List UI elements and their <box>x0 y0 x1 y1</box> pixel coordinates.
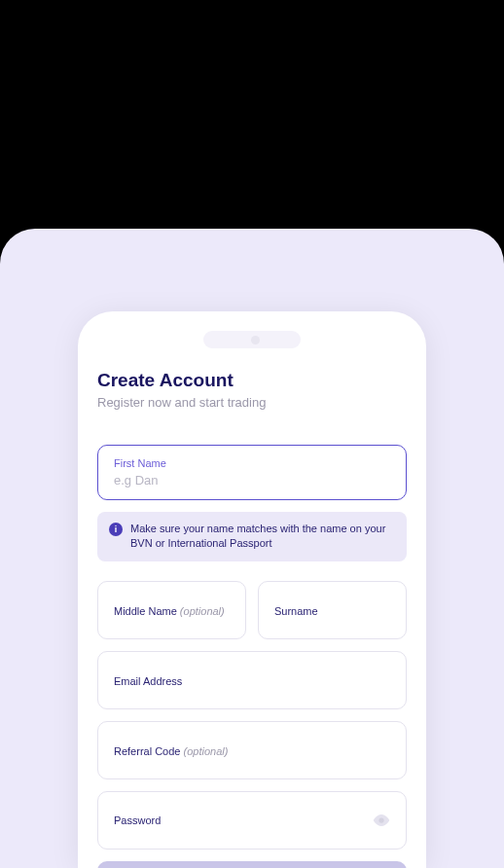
surname-label: Surname <box>274 605 318 617</box>
referral-field[interactable]: Referral Code (optional) <box>97 721 407 779</box>
eye-icon[interactable] <box>373 812 390 829</box>
page-subtitle: Register now and start trading <box>97 395 407 410</box>
notch <box>203 331 301 348</box>
middle-name-field[interactable]: Middle Name (optional) <box>97 581 246 639</box>
screen: Create Account Register now and start tr… <box>78 348 426 868</box>
info-icon: i <box>109 523 123 536</box>
page-title: Create Account <box>97 370 407 391</box>
middle-name-label: Middle Name (optional) <box>114 605 225 617</box>
first-name-placeholder: e.g Dan <box>114 473 390 488</box>
submit-button[interactable] <box>97 861 407 868</box>
password-label: Password <box>114 814 161 826</box>
camera-dot <box>251 336 260 344</box>
phone-frame: Create Account Register now and start tr… <box>78 311 426 868</box>
first-name-field[interactable]: First Name e.g Dan <box>97 445 407 500</box>
email-label: Email Address <box>114 675 182 687</box>
info-banner: i Make sure your name matches with the n… <box>97 512 407 561</box>
first-name-label: First Name <box>114 457 390 469</box>
notch-area <box>78 311 426 348</box>
surname-field[interactable]: Surname <box>258 581 407 639</box>
svg-point-0 <box>378 817 383 822</box>
password-field[interactable]: Password <box>97 791 407 850</box>
email-field[interactable]: Email Address <box>97 651 407 709</box>
info-text: Make sure your name matches with the nam… <box>130 522 395 552</box>
referral-label: Referral Code (optional) <box>114 745 228 757</box>
